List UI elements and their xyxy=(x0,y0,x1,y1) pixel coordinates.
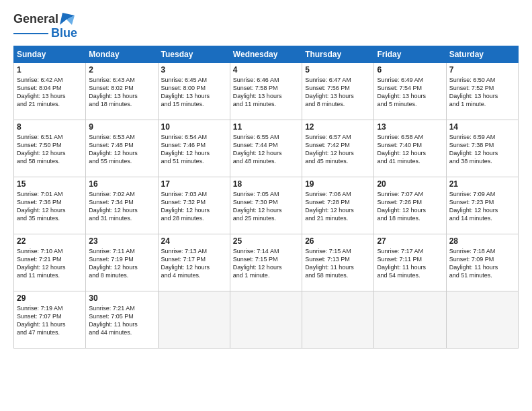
day-number: 2 xyxy=(89,65,154,75)
day-number: 10 xyxy=(161,122,227,132)
calendar-cell: 15Sunrise: 7:01 AM Sunset: 7:36 PM Dayli… xyxy=(14,177,86,234)
day-number: 15 xyxy=(17,179,83,189)
day-info: Sunrise: 6:53 AM Sunset: 7:48 PM Dayligh… xyxy=(89,133,154,166)
calendar-cell: 19Sunrise: 7:06 AM Sunset: 7:28 PM Dayli… xyxy=(302,177,374,234)
calendar-week-3: 15Sunrise: 7:01 AM Sunset: 7:36 PM Dayli… xyxy=(14,177,519,234)
day-number: 25 xyxy=(233,236,299,246)
day-number: 22 xyxy=(17,236,83,246)
day-number: 1 xyxy=(17,65,83,75)
day-info: Sunrise: 7:05 AM Sunset: 7:30 PM Dayligh… xyxy=(233,190,299,223)
logo: General Blue xyxy=(13,12,77,40)
day-info: Sunrise: 6:45 AM Sunset: 8:00 PM Dayligh… xyxy=(161,76,227,109)
day-number: 26 xyxy=(305,236,371,246)
calendar-cell: 20Sunrise: 7:07 AM Sunset: 7:26 PM Dayli… xyxy=(374,177,446,234)
page: General Blue SundayMondayTuesdayWednesda… xyxy=(0,0,532,355)
day-number: 9 xyxy=(89,122,154,132)
day-number: 6 xyxy=(377,65,443,75)
day-info: Sunrise: 7:18 AM Sunset: 7:09 PM Dayligh… xyxy=(449,247,515,280)
day-number: 20 xyxy=(377,179,443,189)
day-info: Sunrise: 6:50 AM Sunset: 7:52 PM Dayligh… xyxy=(449,76,515,109)
calendar-cell: 10Sunrise: 6:54 AM Sunset: 7:46 PM Dayli… xyxy=(158,120,230,177)
day-number: 23 xyxy=(89,236,154,246)
calendar-cell: 11Sunrise: 6:55 AM Sunset: 7:44 PM Dayli… xyxy=(230,120,302,177)
day-info: Sunrise: 6:55 AM Sunset: 7:44 PM Dayligh… xyxy=(233,133,299,166)
calendar-week-4: 22Sunrise: 7:10 AM Sunset: 7:21 PM Dayli… xyxy=(14,234,519,291)
weekday-header-thursday: Thursday xyxy=(302,46,374,63)
day-number: 18 xyxy=(233,179,299,189)
calendar-cell: 5Sunrise: 6:47 AM Sunset: 7:56 PM Daylig… xyxy=(302,63,374,120)
weekday-header-row: SundayMondayTuesdayWednesdayThursdayFrid… xyxy=(14,46,519,63)
day-number: 24 xyxy=(161,236,227,246)
calendar-cell xyxy=(374,291,446,349)
logo-divider xyxy=(13,33,48,34)
weekday-header-wednesday: Wednesday xyxy=(230,46,302,63)
day-number: 16 xyxy=(89,179,154,189)
weekday-header-sunday: Sunday xyxy=(14,46,86,63)
logo-line: General xyxy=(13,12,75,26)
day-info: Sunrise: 6:46 AM Sunset: 7:58 PM Dayligh… xyxy=(233,76,299,109)
day-info: Sunrise: 6:58 AM Sunset: 7:40 PM Dayligh… xyxy=(377,133,443,166)
calendar-table: SundayMondayTuesdayWednesdayThursdayFrid… xyxy=(13,46,519,349)
calendar-cell: 17Sunrise: 7:03 AM Sunset: 7:32 PM Dayli… xyxy=(158,177,230,234)
calendar-cell: 30Sunrise: 7:21 AM Sunset: 7:05 PM Dayli… xyxy=(86,291,158,349)
day-info: Sunrise: 7:03 AM Sunset: 7:32 PM Dayligh… xyxy=(161,190,227,223)
calendar-cell: 6Sunrise: 6:49 AM Sunset: 7:54 PM Daylig… xyxy=(374,63,446,120)
weekday-header-monday: Monday xyxy=(86,46,158,63)
calendar-cell: 8Sunrise: 6:51 AM Sunset: 7:50 PM Daylig… xyxy=(14,120,86,177)
day-number: 30 xyxy=(89,293,154,303)
day-number: 12 xyxy=(305,122,371,132)
day-number: 19 xyxy=(305,179,371,189)
calendar-cell: 27Sunrise: 7:17 AM Sunset: 7:11 PM Dayli… xyxy=(374,234,446,291)
logo-blue-text: Blue xyxy=(51,26,77,40)
calendar-cell: 23Sunrise: 7:11 AM Sunset: 7:19 PM Dayli… xyxy=(86,234,158,291)
day-info: Sunrise: 7:02 AM Sunset: 7:34 PM Dayligh… xyxy=(89,190,154,223)
day-number: 4 xyxy=(233,65,299,75)
calendar-week-5: 29Sunrise: 7:19 AM Sunset: 7:07 PM Dayli… xyxy=(14,291,519,349)
day-number: 7 xyxy=(449,65,515,75)
day-number: 14 xyxy=(449,122,515,132)
weekday-header-saturday: Saturday xyxy=(446,46,518,63)
calendar-cell: 28Sunrise: 7:18 AM Sunset: 7:09 PM Dayli… xyxy=(446,234,518,291)
weekday-header-tuesday: Tuesday xyxy=(158,46,230,63)
day-info: Sunrise: 6:49 AM Sunset: 7:54 PM Dayligh… xyxy=(377,76,443,109)
day-number: 29 xyxy=(17,293,83,303)
day-info: Sunrise: 7:13 AM Sunset: 7:17 PM Dayligh… xyxy=(161,247,227,280)
logo-general-text: General xyxy=(13,12,58,26)
day-number: 28 xyxy=(449,236,515,246)
day-info: Sunrise: 7:10 AM Sunset: 7:21 PM Dayligh… xyxy=(17,247,83,280)
day-info: Sunrise: 7:15 AM Sunset: 7:13 PM Dayligh… xyxy=(305,247,371,280)
day-number: 8 xyxy=(17,122,83,132)
calendar-cell: 29Sunrise: 7:19 AM Sunset: 7:07 PM Dayli… xyxy=(14,291,86,349)
calendar-header: SundayMondayTuesdayWednesdayThursdayFrid… xyxy=(14,46,519,63)
calendar-cell: 22Sunrise: 7:10 AM Sunset: 7:21 PM Dayli… xyxy=(14,234,86,291)
header: General Blue xyxy=(13,12,519,40)
day-number: 5 xyxy=(305,65,371,75)
day-info: Sunrise: 7:21 AM Sunset: 7:05 PM Dayligh… xyxy=(89,304,154,337)
logo-second-line: Blue xyxy=(13,26,77,40)
day-info: Sunrise: 7:06 AM Sunset: 7:28 PM Dayligh… xyxy=(305,190,371,223)
calendar-cell: 13Sunrise: 6:58 AM Sunset: 7:40 PM Dayli… xyxy=(374,120,446,177)
day-info: Sunrise: 6:47 AM Sunset: 7:56 PM Dayligh… xyxy=(305,76,371,109)
calendar-cell: 1Sunrise: 6:42 AM Sunset: 8:04 PM Daylig… xyxy=(14,63,86,120)
logo-bird-icon xyxy=(60,13,75,26)
calendar-cell: 12Sunrise: 6:57 AM Sunset: 7:42 PM Dayli… xyxy=(302,120,374,177)
day-number: 3 xyxy=(161,65,227,75)
day-number: 13 xyxy=(377,122,443,132)
calendar-cell: 18Sunrise: 7:05 AM Sunset: 7:30 PM Dayli… xyxy=(230,177,302,234)
day-info: Sunrise: 7:09 AM Sunset: 7:23 PM Dayligh… xyxy=(449,190,515,223)
calendar-cell: 9Sunrise: 6:53 AM Sunset: 7:48 PM Daylig… xyxy=(86,120,158,177)
calendar-week-2: 8Sunrise: 6:51 AM Sunset: 7:50 PM Daylig… xyxy=(14,120,519,177)
calendar-cell: 7Sunrise: 6:50 AM Sunset: 7:52 PM Daylig… xyxy=(446,63,518,120)
day-number: 11 xyxy=(233,122,299,132)
calendar-cell: 2Sunrise: 6:43 AM Sunset: 8:02 PM Daylig… xyxy=(86,63,158,120)
day-number: 17 xyxy=(161,179,227,189)
calendar-week-1: 1Sunrise: 6:42 AM Sunset: 8:04 PM Daylig… xyxy=(14,63,519,120)
calendar-cell: 24Sunrise: 7:13 AM Sunset: 7:17 PM Dayli… xyxy=(158,234,230,291)
calendar-cell xyxy=(446,291,518,349)
calendar-cell: 16Sunrise: 7:02 AM Sunset: 7:34 PM Dayli… xyxy=(86,177,158,234)
day-info: Sunrise: 6:54 AM Sunset: 7:46 PM Dayligh… xyxy=(161,133,227,166)
day-info: Sunrise: 7:17 AM Sunset: 7:11 PM Dayligh… xyxy=(377,247,443,280)
calendar-cell: 26Sunrise: 7:15 AM Sunset: 7:13 PM Dayli… xyxy=(302,234,374,291)
day-info: Sunrise: 6:43 AM Sunset: 8:02 PM Dayligh… xyxy=(89,76,154,109)
calendar-cell: 21Sunrise: 7:09 AM Sunset: 7:23 PM Dayli… xyxy=(446,177,518,234)
